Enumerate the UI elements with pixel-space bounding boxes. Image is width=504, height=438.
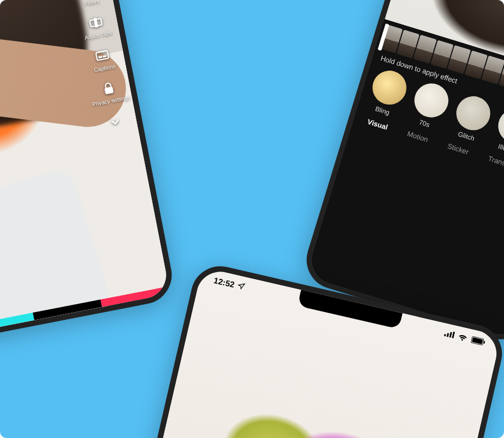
svg-rect-13 xyxy=(449,332,452,337)
effect-illusion[interactable]: Illusion xyxy=(491,105,504,158)
location-icon xyxy=(237,281,246,291)
effect-70s[interactable]: 70s xyxy=(407,79,453,132)
effect-thumb xyxy=(410,79,453,122)
captions-icon xyxy=(93,47,111,65)
tool-adjust-clips[interactable]: Adjust clips xyxy=(81,13,112,41)
phone-editor-overlay: 🥺 POV: You've spent ages practicing a da… xyxy=(0,0,177,340)
status-time: 12:52 xyxy=(213,275,236,289)
tool-privacy-settings[interactable]: Privacy settings xyxy=(88,77,130,108)
phone-effects-screen: time yourself.... xyxy=(306,0,504,340)
tool-captions[interactable]: Captions xyxy=(90,46,116,73)
promo-collage: 🥺 POV: You've spent ages practicing a da… xyxy=(0,0,504,438)
svg-rect-11 xyxy=(444,334,446,337)
lock-icon xyxy=(100,79,118,97)
svg-rect-9 xyxy=(103,55,106,57)
effect-glitch[interactable]: Glitch xyxy=(449,92,494,145)
cellular-icon xyxy=(444,330,455,338)
tab-sticker[interactable]: Sticker xyxy=(446,142,469,156)
svg-rect-7 xyxy=(96,50,108,60)
adjust-clips-icon xyxy=(87,14,105,32)
phone-editor-screen: 🥺 POV: You've spent ages practicing a da… xyxy=(0,0,170,333)
tab-visual[interactable]: Visual xyxy=(366,117,389,131)
svg-rect-17 xyxy=(484,341,485,343)
effect-thumb xyxy=(452,92,494,134)
svg-rect-8 xyxy=(99,56,102,58)
battery-icon xyxy=(471,336,486,346)
effect-thumb xyxy=(494,105,504,147)
tool-rail-expand[interactable] xyxy=(107,114,123,132)
tool-filters[interactable]: Filters xyxy=(81,0,100,7)
tab-transition[interactable]: Transition xyxy=(487,154,504,171)
effect-thumb xyxy=(368,66,410,108)
effect-bling[interactable]: Bling xyxy=(365,66,410,119)
wifi-icon xyxy=(457,332,468,342)
svg-rect-12 xyxy=(446,333,449,337)
tab-motion[interactable]: Motion xyxy=(406,130,429,144)
chevron-down-icon xyxy=(107,114,123,130)
svg-rect-14 xyxy=(452,332,455,338)
